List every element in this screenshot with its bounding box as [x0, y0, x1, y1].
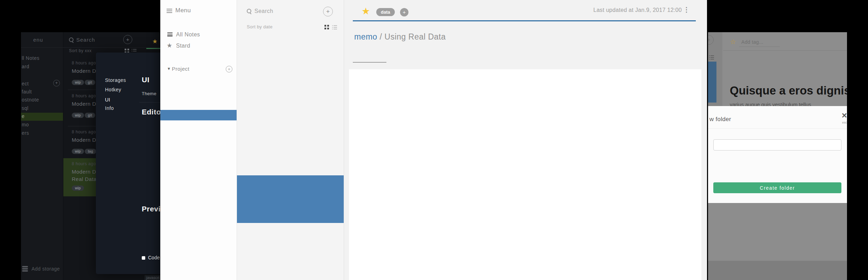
- menu-label[interactable]: Menu: [175, 7, 191, 14]
- active-tab-underline: [353, 62, 386, 63]
- left-sort-label[interactable]: Sort by xxx: [69, 48, 92, 53]
- main-note-list: Search + Sort by date: [237, 0, 344, 280]
- right-app-window: + ☆ Add tag... Quisque a eros dignissim …: [708, 32, 847, 280]
- sidebar-item-folder[interactable]: ers: [22, 130, 29, 136]
- code-editor[interactable]: [349, 69, 701, 280]
- left-star-tab-icon[interactable]: ★: [152, 38, 158, 45]
- kebab-menu-icon[interactable]: ⋮: [683, 6, 690, 14]
- settings-nav-item[interactable]: Storages: [105, 77, 126, 83]
- left-menu-label[interactable]: enu: [33, 37, 43, 43]
- note-tag-badge[interactable]: git: [85, 113, 95, 118]
- add-folder-button[interactable]: +: [226, 66, 232, 72]
- settings-modal: StoragesHotkeyUIInfo UI Theme Editor Pre…: [96, 52, 166, 274]
- new-note-button[interactable]: +: [323, 7, 333, 16]
- settings-ui-heading: UI: [142, 76, 149, 84]
- note-timestamp: 8 hours ago: [72, 61, 96, 65]
- sidebar-item-all-notes[interactable]: All Notes: [176, 31, 200, 38]
- search-icon: [247, 9, 251, 13]
- sidebar-item[interactable]: ll Notes: [22, 55, 40, 61]
- sidebar-item-folder[interactable]: fault: [22, 89, 32, 94]
- esc-hint: esc: [842, 121, 847, 124]
- sidebar-item[interactable]: ard: [22, 64, 29, 69]
- new-folder-modal: w folder ✕ esc Create folder: [708, 106, 847, 203]
- settings-nav-item[interactable]: Hotkey: [105, 87, 121, 92]
- sidebar-item-folder[interactable]: ostnote: [22, 97, 39, 103]
- modal-divider: [708, 128, 847, 129]
- breadcrumb-separator: /: [377, 32, 385, 41]
- selected-note-highlight: [237, 175, 344, 223]
- folder-name-input[interactable]: [713, 139, 841, 150]
- note-tag-badge[interactable]: data: [376, 8, 395, 16]
- last-updated-label: Last updated at Jan.9, 2017 12:00: [580, 7, 682, 13]
- sidebar-item-folder[interactable]: mo: [22, 122, 29, 127]
- breadcrumb: memo / Using Real Data: [354, 32, 446, 42]
- note-tag-badge[interactable]: wip: [72, 149, 84, 154]
- settings-checkbox[interactable]: [142, 256, 145, 260]
- note-title[interactable]: Real Data: [72, 176, 97, 182]
- left-active-tab-underline: [146, 48, 160, 49]
- note-timestamp: 8 hours ago: [72, 161, 96, 166]
- header-divider: [723, 50, 847, 51]
- caret-down-icon[interactable]: ▼: [167, 66, 171, 71]
- left-search-input[interactable]: Search: [76, 37, 95, 43]
- search-icon: [69, 37, 74, 42]
- star-icon: ★: [167, 42, 172, 49]
- add-storage-button[interactable]: Add storage: [31, 266, 60, 272]
- note-tag-badge[interactable]: wip: [72, 113, 84, 118]
- code-language-label: javascri: [145, 275, 160, 280]
- close-icon[interactable]: ✕: [841, 111, 847, 120]
- main-app-window: Menu All Notes ★ Stard ▼ Project + Searc…: [160, 0, 707, 280]
- note-heading: Quisque a eros dignissim: [730, 84, 847, 97]
- list-view-icon[interactable]: [709, 55, 714, 59]
- breadcrumb-folder[interactable]: memo: [354, 32, 377, 41]
- left-new-note-button[interactable]: +: [123, 35, 132, 44]
- selected-folder-highlight: [160, 110, 237, 120]
- note-tag-badge[interactable]: tag: [85, 149, 96, 154]
- settings-theme-row[interactable]: Theme: [142, 91, 156, 96]
- favorite-star-outline-icon[interactable]: ☆: [730, 38, 736, 46]
- settings-nav-item[interactable]: UI: [105, 97, 110, 103]
- add-folder-button[interactable]: +: [53, 80, 60, 86]
- all-notes-icon: [167, 32, 173, 37]
- note-tag-badge[interactable]: wip: [72, 186, 84, 191]
- sidebar-item-folder[interactable]: e: [22, 113, 24, 119]
- sidebar-item-folder[interactable]: sql: [22, 105, 28, 111]
- favorite-star-icon[interactable]: ★: [362, 6, 370, 17]
- selected-folder-highlight: [21, 113, 63, 121]
- bottom-shade: [708, 261, 847, 280]
- left-sidebar: [21, 32, 63, 280]
- list-view-icon[interactable]: [332, 25, 337, 29]
- note-tag-badge[interactable]: wip: [72, 80, 84, 85]
- note-tag-badge[interactable]: git: [85, 80, 95, 85]
- main-sidebar: Menu All Notes ★ Stard ▼ Project +: [160, 0, 237, 280]
- settings-nav-item[interactable]: Info: [105, 105, 114, 111]
- note-timestamp: 8 hours ago: [72, 93, 96, 98]
- sidebar-item-starred[interactable]: Stard: [176, 43, 190, 49]
- header-rule: [353, 20, 696, 21]
- grid-view-icon[interactable]: [324, 25, 329, 30]
- note-timestamp: 8 hours ago: [72, 130, 96, 134]
- sort-by-date[interactable]: Sort by date: [247, 24, 273, 29]
- add-tag-input[interactable]: Add tag...: [741, 39, 763, 45]
- selected-note-highlight: [708, 62, 716, 103]
- note-title: Using Real Data: [385, 32, 446, 41]
- create-folder-button[interactable]: Create folder: [713, 182, 841, 193]
- hamburger-icon[interactable]: [167, 9, 172, 13]
- sidebar-project-label[interactable]: ect: [22, 81, 29, 86]
- sidebar-project-label[interactable]: Project: [172, 66, 189, 72]
- add-tag-button[interactable]: +: [400, 8, 408, 16]
- search-input[interactable]: Search: [254, 8, 273, 14]
- storage-icon: [22, 266, 29, 272]
- add-tag-underline: [739, 47, 780, 47]
- modal-title: w folder: [709, 116, 731, 123]
